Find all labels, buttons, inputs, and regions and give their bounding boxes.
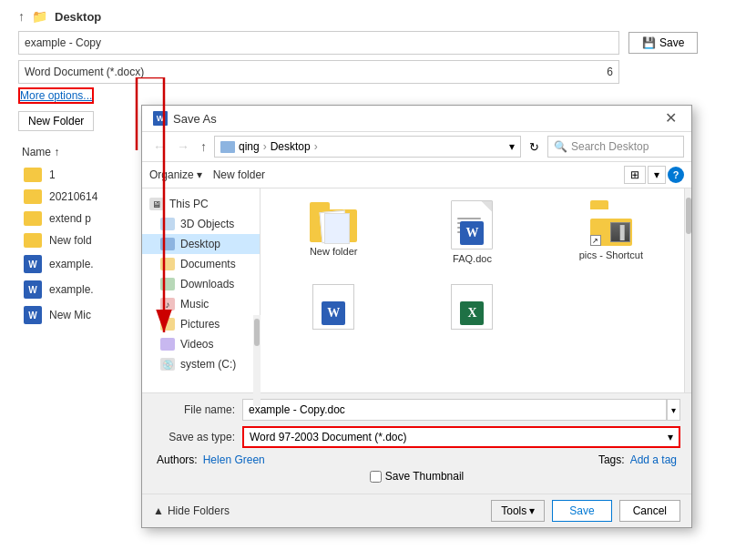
nav-item-documents[interactable]: Documents	[142, 254, 260, 274]
tools-btn-group: Tools ▾ Save Cancel	[491, 500, 680, 522]
dialog-addressbar: ← → ↑ qing › Desktop › ▾ ↻ 🔍 Search Desk…	[142, 132, 691, 162]
thispc-icon: 🖥	[149, 198, 164, 210]
save-as-dialog: W Save As ✕ ← → ↑ qing › Desktop › ▾ ↻ 🔍…	[141, 105, 692, 528]
dialog-toolbar: Organize ▾ New folder ⊞ ▾ ?	[142, 162, 691, 188]
help-button[interactable]: ?	[668, 167, 684, 183]
folder-icon	[24, 168, 42, 182]
breadcrumb-dropdown-icon[interactable]: ▾	[509, 140, 515, 153]
new-folder-button[interactable]: New folder	[213, 168, 265, 181]
nav-item-desktop[interactable]: Desktop	[142, 234, 260, 254]
hide-folders-icon: ▲	[153, 504, 164, 517]
word-partial-icon: W	[312, 284, 354, 330]
music-icon: ♪	[160, 298, 175, 311]
filename-dropdown-button[interactable]: ▾	[667, 399, 680, 421]
dialog-files-area: New folder W FAQ.do	[261, 188, 684, 392]
refresh-button[interactable]: ↻	[525, 137, 544, 157]
shortcut-arrow-icon: ↗	[590, 235, 601, 246]
bg-filetype-display: Word Document (*.docx) 6	[18, 60, 619, 84]
dialog-nav: 🖥 This PC 3D Objects Desktop Documents D…	[142, 188, 261, 392]
doc-icon: W	[451, 200, 493, 249]
thumbnail-label: Save Thumbnail	[385, 470, 465, 483]
breadcrumb-sep2: ›	[314, 140, 318, 153]
view-dropdown-button[interactable]: ▾	[648, 166, 666, 184]
dialog-close-button[interactable]: ✕	[661, 111, 680, 126]
nav-item-systemc[interactable]: 💿 system (C:)	[142, 354, 260, 374]
file-item-excel-partial[interactable]: X	[406, 280, 537, 334]
dialog-authors-row: Authors: Helen Green Tags: Add a tag	[153, 453, 680, 466]
nav-item-videos[interactable]: Videos	[142, 334, 260, 354]
dialog-title-left: W Save As	[153, 111, 217, 126]
pictures-icon	[160, 318, 175, 331]
nav-scrollbar[interactable]	[253, 315, 261, 392]
view-buttons: ⊞ ▾ ?	[624, 166, 684, 184]
nav-item-downloads[interactable]: Downloads	[142, 274, 260, 294]
hide-folders-button[interactable]: ▲ Hide Folders	[153, 504, 230, 517]
filetype-dropdown-icon: ▾	[668, 431, 673, 443]
folder-icon	[24, 189, 42, 204]
nav-back-button[interactable]: ←	[149, 137, 169, 156]
nav-item-3dobjects[interactable]: 3D Objects	[142, 214, 260, 234]
filetype-value: Word 97-2003 Document (*.doc)	[250, 431, 407, 443]
bg-filename-row: 💾 Save	[18, 31, 738, 55]
breadcrumb-path2: Desktop	[271, 140, 311, 153]
dialog-filetype-select[interactable]: Word 97-2003 Document (*.doc) ▾	[242, 426, 680, 448]
bg-up-icon: ↑	[18, 9, 25, 24]
search-box[interactable]: 🔍 Search Desktop	[547, 136, 684, 158]
bg-filename-input[interactable]	[18, 31, 619, 55]
thumbnail-checkbox-label[interactable]: Save Thumbnail	[370, 470, 465, 483]
bg-new-folder-button[interactable]: New Folder	[18, 111, 94, 131]
dialog-actions: ▲ Hide Folders Tools ▾ Save Cancel	[142, 494, 691, 527]
dialog-filetype-row: Save as type: Word 97-2003 Document (*.d…	[153, 426, 680, 448]
dialog-titlebar: W Save As ✕	[142, 106, 691, 132]
authors-section: Authors: Helen Green	[157, 453, 265, 466]
tools-button[interactable]: Tools ▾	[491, 500, 545, 522]
search-icon: 🔍	[554, 140, 567, 153]
breadcrumb-path1: qing	[239, 140, 260, 153]
nav-item-pictures[interactable]: Pictures	[142, 314, 260, 334]
file-item-pics-shortcut[interactable]: ▐ ↗ pics - Shortcut	[546, 196, 677, 269]
file-item-faq[interactable]: W FAQ.doc	[406, 196, 537, 269]
breadcrumb-sep1: ›	[263, 140, 267, 153]
file-item-label: pics - Shortcut	[579, 249, 643, 260]
nav-up-button[interactable]: ↑	[197, 137, 210, 156]
files-scrollbar[interactable]	[684, 188, 691, 392]
3dobjects-icon	[160, 218, 175, 230]
dialog-filename-row: File name: ▾	[153, 399, 680, 421]
tags-section: Tags: Add a tag	[598, 453, 677, 466]
nav-scrollbar-thumb	[254, 319, 260, 346]
dialog-word-icon: W	[153, 111, 168, 126]
folder-icon	[24, 233, 42, 248]
systemc-icon: 💿	[160, 358, 175, 371]
dialog-bottom: File name: ▾ Save as type: Word 97-2003 …	[142, 392, 691, 494]
word-icon: W	[24, 255, 42, 273]
bg-save-icon: 💾	[642, 36, 656, 49]
thumbnail-checkbox[interactable]	[370, 471, 382, 483]
nav-item-thispc[interactable]: 🖥 This PC	[142, 194, 260, 214]
dialog-title-text: Save As	[173, 112, 217, 126]
view-icons-button[interactable]: ⊞	[624, 166, 646, 184]
dialog-thumbnail-row: Save Thumbnail	[153, 470, 680, 483]
pc-icon	[220, 141, 235, 153]
nav-forward-button[interactable]: →	[173, 137, 193, 156]
dialog-save-button[interactable]: Save	[552, 500, 611, 522]
word-icon: W	[24, 280, 42, 299]
nav-item-music[interactable]: ♪ Music	[142, 294, 260, 314]
dialog-cancel-button[interactable]: Cancel	[619, 500, 680, 522]
author-name-link[interactable]: Helen Green	[203, 453, 265, 466]
word-badge: W	[460, 221, 484, 245]
documents-icon	[160, 258, 175, 270]
file-item-label: FAQ.doc	[453, 253, 492, 264]
authors-label: Authors:	[157, 453, 198, 466]
bg-save-button[interactable]: 💾 Save	[628, 32, 698, 54]
organize-button[interactable]: Organize ▾	[149, 168, 202, 181]
bg-filetype-row: Word Document (*.docx) 6	[18, 60, 738, 84]
more-options-link[interactable]: More options...	[18, 87, 94, 104]
dialog-filename-input[interactable]	[242, 399, 667, 421]
address-breadcrumb[interactable]: qing › Desktop › ▾	[214, 136, 521, 158]
file-item-word-partial[interactable]: W	[268, 280, 399, 334]
videos-icon	[160, 338, 175, 351]
filetype-label: Save as type:	[153, 431, 235, 443]
downloads-icon	[160, 278, 175, 290]
file-item-new-folder[interactable]: New folder	[268, 196, 399, 269]
add-tag-link[interactable]: Add a tag	[630, 453, 677, 466]
